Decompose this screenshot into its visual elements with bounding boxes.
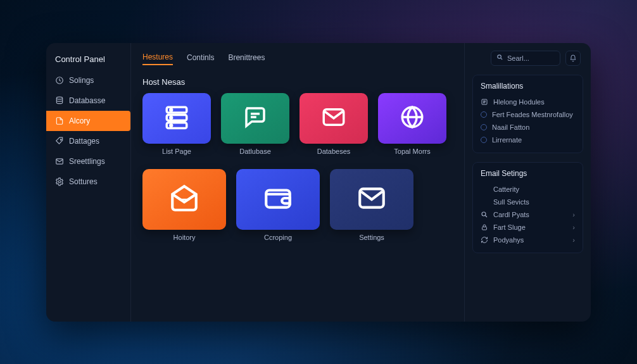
search-input[interactable]: Searl... [491, 51, 560, 66]
tab-hestures[interactable]: Hestures [142, 53, 173, 65]
tab-brenittrees[interactable]: Brenittrees [228, 53, 265, 65]
card-tile[interactable] [221, 93, 289, 144]
lock-icon [481, 223, 488, 231]
svg-point-4 [58, 180, 61, 183]
chevron-right-icon: › [572, 236, 575, 244]
sidebar-item-alcory[interactable]: Alcory [46, 111, 130, 131]
mail-open-icon [168, 182, 200, 217]
radio-icon [481, 111, 487, 118]
email-setting-item[interactable]: Fart Sluge› [481, 221, 575, 234]
email-setting-item[interactable]: Sull Sevicts [481, 196, 575, 208]
sidebar-item-dattages[interactable]: Dattages [46, 131, 130, 151]
svg-point-16 [482, 212, 486, 216]
email-setting-label: Catterity [493, 185, 519, 193]
sidebar-item-label: Dattages [69, 137, 99, 146]
right-column: Smalillations Hlelong HodulesFert Feades… [464, 43, 591, 322]
sidebar-item-label: Databasse [69, 96, 105, 105]
card-ccroping: Ccroping [236, 169, 320, 241]
card-topal-morrs: Topal Morrs [378, 93, 446, 155]
card-tile[interactable] [142, 169, 226, 230]
chevron-right-icon: › [572, 211, 575, 218]
card-tile[interactable] [236, 169, 320, 230]
card-datlubase: Datlubase [221, 93, 289, 155]
search-icon [496, 54, 503, 62]
server-icon [163, 104, 190, 133]
radio-icon [481, 124, 487, 130]
sidebar-item-solings[interactable]: Solings [46, 70, 130, 91]
notification-label: Fert Feades Mestnrofalloy [492, 111, 573, 118]
card-label: Settings [359, 234, 384, 241]
main-area: HesturesContinlsBrenittrees Host Nesas L… [131, 43, 464, 322]
email-setting-label: Podyahys [493, 236, 524, 244]
notification-label: Naail Fatton [492, 123, 529, 131]
notification-item[interactable]: Naail Fatton [481, 121, 575, 134]
control-panel-window: Control Panel SolingsDatabasseAlcoryDatt… [46, 43, 591, 322]
email-settings-title: Email Setings [481, 169, 575, 178]
card-label: Ccroping [264, 234, 292, 241]
svg-rect-17 [482, 227, 487, 230]
tab-bar: HesturesContinlsBrenittrees [142, 49, 453, 68]
sidebar-item-databasse[interactable]: Databasse [46, 91, 130, 111]
svg-point-18 [498, 55, 501, 59]
tag-icon [55, 137, 64, 146]
sidebar-item-sreettlings[interactable]: Sreettlings [46, 151, 130, 172]
notification-label: Hlelong Hodules [493, 98, 545, 106]
envelope-icon [320, 104, 347, 133]
sidebar-item-label: Alcory [69, 116, 90, 125]
notifications-button[interactable] [565, 51, 581, 66]
sidebar: Control Panel SolingsDatabasseAlcoryDatt… [46, 43, 131, 322]
list-icon [481, 98, 488, 106]
search-icon [481, 211, 488, 218]
svg-point-2 [60, 139, 61, 140]
tab-continls[interactable]: Continls [187, 53, 214, 65]
notifications-title: Smalillations [481, 82, 575, 91]
card-label: List Page [162, 147, 191, 155]
email-setting-item[interactable]: Cardl Pyats› [481, 208, 575, 221]
notification-item[interactable]: Hlelong Hodules [481, 96, 575, 108]
svg-point-10 [170, 124, 172, 126]
email-setting-item[interactable]: Podyahys› [481, 234, 575, 246]
notification-item[interactable]: Lirrernate [481, 134, 575, 146]
section-title: Host Nesas [142, 77, 453, 87]
notification-item[interactable]: Fert Feades Mestnrofalloy [481, 108, 575, 121]
card-label: Topal Morrs [394, 147, 430, 155]
sidebar-item-label: Solings [69, 76, 94, 85]
card-grid-row1: List PageDatlubaseDatabesesTopal Morrs [142, 93, 453, 155]
card-list-page: List Page [142, 93, 211, 155]
email-settings-box: Email Setings CatteritySull SevictsCardl… [472, 162, 583, 253]
email-setting-label: Sull Sevicts [493, 198, 529, 206]
svg-point-1 [56, 97, 62, 99]
card-tile[interactable] [378, 93, 446, 144]
card-tile[interactable] [300, 93, 368, 144]
wallet-icon [262, 182, 294, 217]
file-icon [55, 116, 64, 125]
sidebar-title: Control Panel [46, 49, 130, 70]
sidebar-item-label: Sreettlings [69, 157, 105, 166]
notifications-box: Smalillations Hlelong HodulesFert Feades… [472, 75, 583, 153]
notification-label: Lirrernate [492, 136, 522, 144]
refresh-icon [481, 236, 488, 244]
card-label: Datlubase [239, 147, 271, 155]
globe-icon [399, 104, 426, 133]
mail-icon [55, 157, 64, 166]
email-setting-label: Fart Sluge [493, 223, 526, 231]
svg-point-8 [170, 109, 172, 111]
radio-icon [481, 137, 487, 143]
card-tile[interactable] [142, 93, 211, 144]
svg-point-9 [170, 116, 172, 118]
card-databeses: Databeses [300, 93, 368, 155]
chevron-right-icon: › [572, 223, 575, 231]
card-grid-row2: HoitoryCcropingSettings [142, 169, 453, 241]
email-setting-item[interactable]: Catterity [481, 183, 575, 196]
envelope-icon [356, 182, 388, 217]
card-settings: Settings [330, 169, 413, 241]
chat-icon [242, 104, 268, 133]
gear-icon [55, 177, 64, 186]
clock-icon [55, 76, 64, 85]
sidebar-item-sottures[interactable]: Sottures [46, 172, 130, 192]
card-tile[interactable] [330, 169, 413, 230]
email-setting-label: Cardl Pyats [493, 211, 529, 218]
card-hoitory: Hoitory [142, 169, 226, 241]
card-label: Databeses [317, 147, 351, 155]
search-area: Searl... [491, 51, 581, 66]
